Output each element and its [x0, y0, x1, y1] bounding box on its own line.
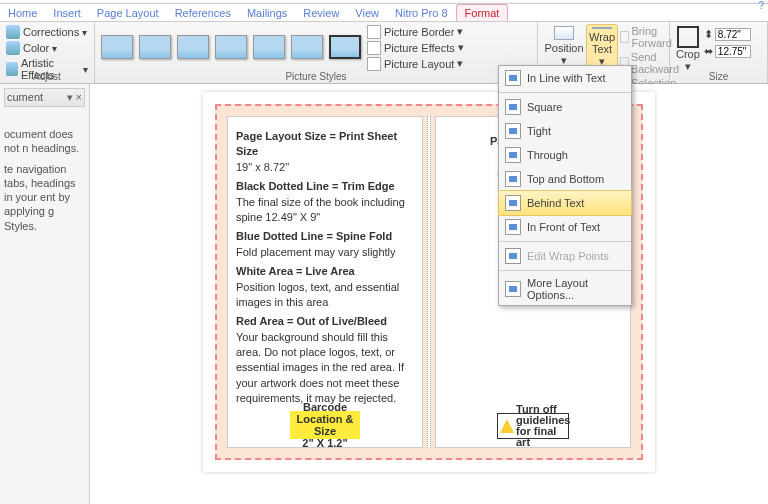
- wrap-inline-icon: [505, 70, 521, 86]
- height-field[interactable]: [715, 28, 751, 41]
- crop-icon: [677, 26, 699, 48]
- spine: [427, 116, 431, 448]
- group-picture-styles: Picture Border ▾ Picture Effects ▾ Pictu…: [95, 22, 538, 83]
- wrap-topbottom[interactable]: Top and Bottom: [499, 167, 631, 191]
- warning-icon: [500, 419, 514, 433]
- pane-text: ocument does not n headings.: [4, 127, 85, 156]
- workspace: cument▾ × ocument does not n headings. t…: [0, 84, 768, 504]
- picture-border-button[interactable]: Picture Border ▾: [367, 24, 469, 40]
- pane-title: cument: [7, 91, 43, 104]
- wrap-inline[interactable]: In Line with Text: [499, 66, 631, 90]
- tab-home[interactable]: Home: [0, 5, 45, 21]
- wrap-square-icon: [505, 99, 521, 115]
- wrap-front-icon: [505, 219, 521, 235]
- wrap-edit-icon: [505, 248, 521, 264]
- height-icon: ⬍: [704, 28, 713, 41]
- style-thumb[interactable]: [101, 35, 133, 59]
- style-thumb[interactable]: [329, 35, 361, 59]
- wrap-icon: [592, 27, 612, 29]
- group-label-picstyles: Picture Styles: [95, 71, 537, 82]
- picture-layout-button[interactable]: Picture Layout ▾: [367, 56, 469, 72]
- wrap-behind-icon: [505, 195, 521, 211]
- wrap-more-options[interactable]: More Layout Options...: [499, 273, 631, 305]
- help-icon[interactable]: ?: [758, 0, 764, 11]
- group-adjust: Corrections ▾ Color ▾ Artistic Effects ▾…: [0, 22, 95, 83]
- wrap-text-button[interactable]: Wrap Text▾: [586, 24, 618, 69]
- navigation-pane: cument▾ × ocument does not n headings. t…: [0, 84, 90, 504]
- style-thumb[interactable]: [253, 35, 285, 59]
- group-size: Crop▾ ⬍ ⬌ Size: [670, 22, 768, 83]
- document-area[interactable]: Page Layout Size = Print Sheet Size19" x…: [90, 84, 768, 504]
- more-options-icon: [505, 281, 521, 297]
- pane-text: te navigation tabs, headings in your ent…: [4, 162, 85, 233]
- style-thumb[interactable]: [215, 35, 247, 59]
- style-thumb[interactable]: [177, 35, 209, 59]
- wrap-tight[interactable]: Tight: [499, 119, 631, 143]
- picture-effects-button[interactable]: Picture Effects ▾: [367, 40, 469, 56]
- width-icon: ⬌: [704, 45, 713, 58]
- style-thumb[interactable]: [291, 35, 323, 59]
- color-button[interactable]: Color ▾: [6, 40, 88, 56]
- ribbon-tabs: Home Insert Page Layout References Maili…: [0, 4, 768, 22]
- group-label-adjust: Adjust: [0, 71, 94, 82]
- tab-nitro[interactable]: Nitro Pro 8: [387, 5, 456, 21]
- wrap-tight-icon: [505, 123, 521, 139]
- ribbon: Corrections ▾ Color ▾ Artistic Effects ▾…: [0, 22, 768, 84]
- tab-insert[interactable]: Insert: [45, 5, 89, 21]
- barcode-placeholder: Barcode Location & Size 2" X 1.2": [290, 411, 360, 439]
- picture-options: Picture Border ▾ Picture Effects ▾ Pictu…: [367, 22, 469, 72]
- tab-pagelayout[interactable]: Page Layout: [89, 5, 167, 21]
- corrections-button[interactable]: Corrections ▾: [6, 24, 88, 40]
- back-cover-panel: Page Layout Size = Print Sheet Size19" x…: [227, 116, 423, 448]
- position-icon: [554, 26, 574, 40]
- wrap-text-menu: In Line with Text Square Tight Through T…: [498, 65, 632, 306]
- width-field[interactable]: [715, 45, 751, 58]
- crop-button[interactable]: Crop▾: [676, 26, 700, 73]
- wrap-square[interactable]: Square: [499, 95, 631, 119]
- tab-review[interactable]: Review: [295, 5, 347, 21]
- tab-view[interactable]: View: [347, 5, 387, 21]
- tab-mailings[interactable]: Mailings: [239, 5, 295, 21]
- wrap-through[interactable]: Through: [499, 143, 631, 167]
- warning-box: Turn offguidelinesfor final art: [497, 413, 569, 439]
- tab-references[interactable]: References: [167, 5, 239, 21]
- style-thumb[interactable]: [139, 35, 171, 59]
- wrap-edit-points: Edit Wrap Points: [499, 244, 631, 268]
- wrap-front[interactable]: In Front of Text: [499, 215, 631, 239]
- wrap-topbottom-icon: [505, 171, 521, 187]
- position-button[interactable]: Position▾: [544, 24, 584, 69]
- wrap-through-icon: [505, 147, 521, 163]
- close-icon[interactable]: ▾ ×: [67, 91, 82, 104]
- wrap-behind[interactable]: Behind Text: [498, 190, 632, 216]
- tab-format[interactable]: Format: [456, 4, 509, 21]
- group-label-size: Size: [670, 71, 767, 82]
